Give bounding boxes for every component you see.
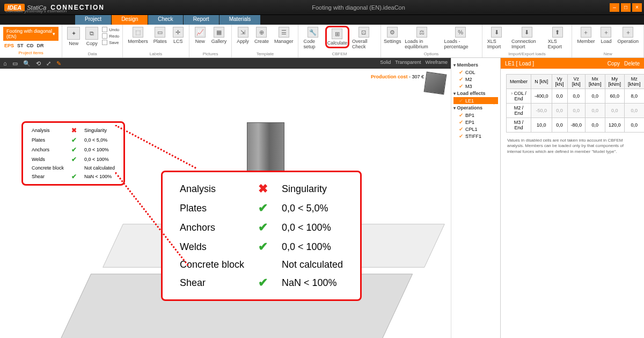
cell[interactable]: -400,0 — [531, 89, 552, 104]
tree-item[interactable]: ✔ CPL1 — [453, 126, 498, 133]
settings-button[interactable]: ⚙Settings — [383, 26, 402, 45]
cell[interactable]: 0,0 — [586, 104, 605, 118]
calculate-button[interactable]: ⊞Calculate — [325, 26, 349, 48]
cell[interactable]: 0,0 — [567, 104, 586, 118]
table-row[interactable]: M2 / End-50,00,00,00,00,00,0 — [507, 104, 645, 118]
tab-check[interactable]: Check — [148, 15, 182, 25]
tree-ops-header[interactable]: ▾ Operations — [453, 104, 498, 112]
overall-check-button[interactable]: ⊡Overall Check — [349, 26, 378, 50]
mode-wireframe[interactable]: Wireframe — [425, 60, 448, 65]
loads-eq-button[interactable]: ⚖Loads in equilibrium — [402, 26, 441, 50]
rotate-icon[interactable]: ⟲ — [36, 60, 41, 67]
tree-item[interactable]: ✔ M2 — [453, 76, 498, 83]
check-icon: ✔ — [459, 112, 463, 118]
tree-item[interactable]: ✔ M3 — [453, 83, 498, 90]
lcs-button[interactable]: ✛LCS — [170, 26, 187, 45]
copy-button[interactable]: ⧉Copy — [83, 26, 101, 47]
result-name: Plates — [173, 199, 251, 217]
home-icon[interactable]: ⌂ — [3, 60, 7, 67]
maximize-button[interactable]: □ — [621, 3, 631, 12]
viewport-3d[interactable]: ⌂ ▭ 🔍 ⟲ ⤢ ✎ Solid Transparent Wireframe … — [0, 58, 451, 338]
results-mini-panel: Analysis✖SingularityPlates✔0,0 < 5,0%Anc… — [21, 121, 125, 186]
apply-button[interactable]: ⇲Apply — [234, 26, 252, 45]
tab-materials[interactable]: Materials — [219, 15, 261, 25]
table-row[interactable]: COL / End-400,00,00,00,060,08,0 — [507, 89, 645, 104]
tab-report[interactable]: Report — [184, 15, 219, 25]
mode-solid[interactable]: Solid — [380, 60, 391, 65]
project-item-pill[interactable]: Footing with diagonal (EN) ▾ — [3, 27, 58, 41]
cell[interactable]: 0,0 — [552, 89, 567, 104]
loads-table[interactable]: MemberN [kN]Vy [kN]Vz [kN]Mx [kNm]My [kN… — [506, 74, 644, 133]
cell[interactable]: COL / End — [507, 89, 531, 104]
members-button[interactable]: ⬚Members — [125, 26, 151, 45]
tree-item[interactable]: ✔ LE1 — [453, 97, 498, 104]
plates-button[interactable]: ▭Plates — [151, 26, 170, 45]
view-cube[interactable] — [424, 72, 447, 95]
tree-item[interactable]: ✔ EP1 — [453, 119, 498, 126]
view-toolbar: ⌂ ▭ 🔍 ⟲ ⤢ ✎ Solid Transparent Wireframe — [0, 58, 451, 69]
result-status-icon: ✔ — [252, 199, 274, 217]
new-load-button[interactable]: ＋Load — [597, 26, 614, 45]
tree-members-header[interactable]: ▾ Members — [453, 61, 498, 69]
tab-design[interactable]: Design — [112, 15, 148, 25]
cell[interactable]: M2 / End — [507, 104, 531, 118]
apply-icon: ⇲ — [238, 27, 248, 38]
mode-transparent[interactable]: Transparent — [395, 60, 421, 65]
cell[interactable]: 0,0 — [625, 104, 644, 118]
new-button[interactable]: ✦New — [64, 26, 83, 47]
cell[interactable]: 0,0 — [625, 118, 644, 133]
tree-item[interactable]: ✔ BP1 — [453, 112, 498, 119]
close-button[interactable]: × — [632, 3, 642, 12]
loads-pct-button[interactable]: %Loads - percentage — [441, 26, 479, 50]
orbit-icon[interactable]: ✎ — [56, 60, 61, 67]
cell[interactable]: 0,0 — [552, 118, 567, 133]
save-button[interactable]: Save — [102, 40, 119, 45]
code-setup-button[interactable]: 🔧Code setup — [301, 26, 325, 50]
xls-import-button[interactable]: ⬇XLS Import — [485, 26, 509, 50]
cell[interactable]: 0,0 — [605, 104, 625, 118]
cell[interactable]: 0,0 — [567, 89, 586, 104]
group-options: Options — [383, 50, 480, 56]
copy-link[interactable]: Copy — [608, 61, 620, 67]
tree-loads-header[interactable]: ▾ Load effects — [453, 90, 498, 97]
cell[interactable]: 10,0 — [531, 118, 552, 133]
cell[interactable]: 0,0 — [586, 89, 605, 104]
conn-import-button[interactable]: ⬇Connection Import — [509, 26, 545, 50]
result-name: Welds — [28, 155, 67, 164]
content: ⌂ ▭ 🔍 ⟲ ⤢ ✎ Solid Transparent Wireframe … — [0, 58, 644, 338]
delete-link[interactable]: Delete — [624, 61, 640, 67]
cell[interactable]: 8,0 — [625, 89, 644, 104]
check-icon: ✔ — [459, 126, 463, 132]
undo-button[interactable]: Undo — [102, 27, 119, 32]
expand-icon[interactable]: ⤢ — [46, 60, 51, 67]
cell[interactable]: M3 / End — [507, 118, 531, 133]
minimize-button[interactable]: – — [610, 3, 619, 12]
tree-item[interactable]: ✔ COL — [453, 69, 498, 76]
new-op-button[interactable]: ＋Operation — [614, 26, 641, 45]
xls-export-button[interactable]: ⬆XLS Export — [545, 26, 570, 50]
redo-button[interactable]: Redo — [102, 33, 119, 39]
tree-item[interactable]: ✔ STIFF1 — [453, 133, 498, 139]
check-icon: ✔ — [459, 83, 463, 89]
cell[interactable]: 0,0 — [552, 104, 567, 118]
manager-button[interactable]: ☰Manager — [272, 26, 296, 45]
group-import-export: Import/Export loads — [485, 50, 570, 56]
chart-icon: 📈 — [195, 27, 206, 38]
zoom-icon[interactable]: 🔍 — [23, 60, 31, 67]
cell[interactable]: -80,0 — [567, 118, 586, 133]
new-icon: ✦ — [67, 27, 80, 40]
select-icon[interactable]: ▭ — [12, 60, 18, 67]
create-button[interactable]: ⊕Create — [252, 26, 272, 45]
cell[interactable]: 60,0 — [605, 89, 625, 104]
tab-project[interactable]: Project — [75, 15, 111, 25]
cell[interactable]: 0,0 — [586, 118, 605, 133]
cell[interactable]: -50,0 — [531, 104, 552, 118]
new-member-button[interactable]: ＋Member — [574, 26, 597, 45]
pic-new-button[interactable]: 📈New — [192, 26, 209, 45]
result-value: 0,0 < 100% — [275, 218, 349, 237]
table-row[interactable]: M3 / End10,00,0-80,00,0120,00,0 — [507, 118, 645, 133]
result-value: Not calculated — [275, 257, 349, 273]
result-name: Analysis — [28, 126, 67, 135]
cell[interactable]: 120,0 — [605, 118, 625, 133]
gallery-button[interactable]: ▦Gallery — [209, 26, 230, 45]
